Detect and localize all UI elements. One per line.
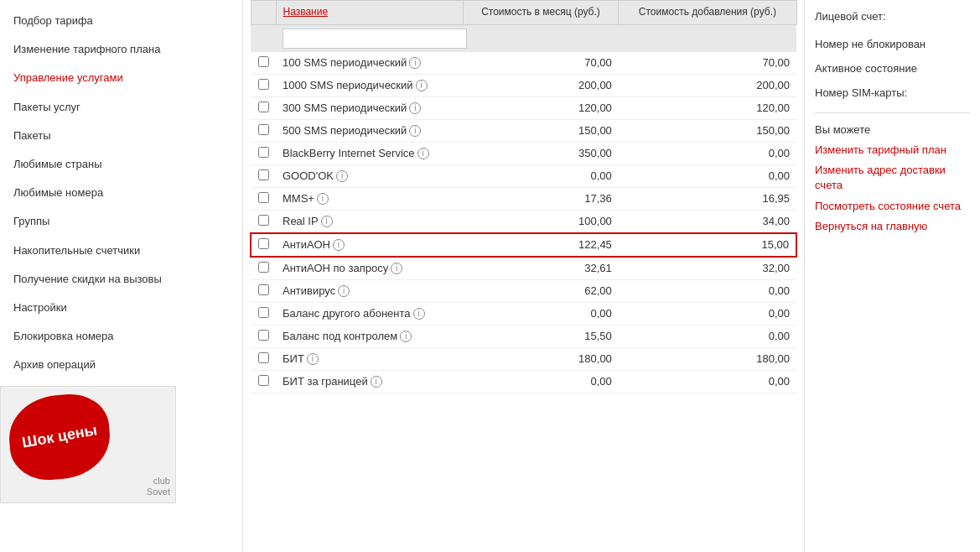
sidebar-item-manage-services[interactable]: Управление услугами bbox=[0, 64, 242, 92]
service-checkbox[interactable] bbox=[258, 375, 269, 386]
service-checkbox[interactable] bbox=[258, 169, 269, 180]
view-account-link[interactable]: Посмотреть состояние счета bbox=[815, 199, 970, 214]
service-checkbox[interactable] bbox=[258, 330, 269, 341]
info-icon[interactable]: i bbox=[417, 148, 429, 159]
sidebar-item-call-discount[interactable]: Получение скидки на вызовы bbox=[0, 265, 242, 294]
table-search-row bbox=[251, 24, 796, 52]
monthly-cost-cell: 150,00 bbox=[463, 119, 619, 142]
info-icon[interactable]: i bbox=[409, 125, 421, 137]
sidebar-item-favorite-countries[interactable]: Любимые страны bbox=[0, 150, 242, 179]
info-icon[interactable]: i bbox=[336, 170, 348, 182]
service-name: БИТ bbox=[283, 352, 304, 365]
change-tariff-link[interactable]: Изменить тарифный план bbox=[815, 143, 970, 158]
service-name-cell: БИТ за границейi bbox=[276, 370, 463, 393]
row-checkbox-cell bbox=[251, 302, 276, 325]
sidebar-item-service-packages[interactable]: Пакеты услуг bbox=[0, 93, 242, 122]
table-row: BlackBerry Internet Servicei350,000,00 bbox=[251, 142, 796, 164]
info-icon[interactable]: i bbox=[338, 285, 350, 297]
service-name: АнтиАОН bbox=[283, 238, 330, 251]
service-name: Real IP bbox=[283, 215, 319, 227]
add-cost-cell: 200,00 bbox=[619, 74, 796, 96]
sidebar-item-groups[interactable]: Группы bbox=[0, 207, 242, 236]
service-checkbox[interactable] bbox=[258, 307, 269, 318]
info-icon[interactable]: i bbox=[333, 239, 345, 251]
add-cost-cell: 16,95 bbox=[619, 187, 796, 210]
sidebar-item-packages[interactable]: Пакеты bbox=[0, 122, 242, 150]
add-cost-cell: 0,00 bbox=[619, 164, 796, 187]
row-checkbox-cell bbox=[251, 74, 276, 96]
add-cost-cell: 15,00 bbox=[619, 233, 796, 257]
add-cost-cell: 120,00 bbox=[619, 96, 796, 119]
sidebar-item-block-number[interactable]: Блокировка номера bbox=[0, 322, 242, 351]
sidebar-item-favorite-numbers[interactable]: Любимые номера bbox=[0, 179, 242, 207]
service-checkbox[interactable] bbox=[258, 56, 269, 67]
service-name: Антивирус bbox=[283, 284, 335, 297]
monthly-cost-cell: 0,00 bbox=[463, 370, 619, 393]
table-row: АнтиАОНi122,4515,00 bbox=[251, 233, 796, 257]
promo-banner[interactable]: Шок цены club Sovet bbox=[0, 386, 176, 503]
back-home-link[interactable]: Вернуться на главную bbox=[815, 219, 970, 234]
service-name-cell: MMS+i bbox=[276, 187, 463, 210]
change-address-link[interactable]: Изменить адрес доставки счета bbox=[815, 163, 970, 193]
info-icon[interactable]: i bbox=[371, 376, 382, 388]
name-sort-link[interactable]: Название bbox=[283, 6, 329, 18]
row-checkbox-cell bbox=[251, 96, 276, 119]
sidebar-item-tariff-select[interactable]: Подбор тарифа bbox=[0, 7, 242, 35]
service-checkbox[interactable] bbox=[258, 102, 269, 112]
info-icon[interactable]: i bbox=[307, 353, 319, 365]
info-icon[interactable]: i bbox=[317, 193, 329, 205]
service-checkbox[interactable] bbox=[258, 262, 269, 273]
info-icon[interactable]: i bbox=[409, 57, 421, 69]
active-state: Активное состояние bbox=[815, 62, 970, 75]
monthly-cost-cell: 122,45 bbox=[463, 233, 619, 257]
sidebar-item-change-tariff[interactable]: Изменение тарифного плана bbox=[0, 35, 242, 64]
service-name-cell: Real IPi bbox=[276, 210, 463, 233]
monthly-cost-cell: 32,61 bbox=[463, 257, 619, 280]
monthly-cost-cell: 70,00 bbox=[463, 52, 619, 75]
monthly-cost-cell: 100,00 bbox=[463, 210, 619, 233]
info-icon[interactable]: i bbox=[416, 80, 428, 91]
service-name: Баланс другого абонента bbox=[283, 307, 411, 320]
service-name-cell: АнтиАОНi bbox=[276, 233, 463, 257]
sidebar-item-archive[interactable]: Архив операций bbox=[0, 351, 242, 379]
add-cost-cell: 0,00 bbox=[619, 279, 796, 302]
add-cost-cell: 0,00 bbox=[619, 302, 796, 325]
service-checkbox[interactable] bbox=[258, 215, 269, 226]
monthly-cost-cell: 200,00 bbox=[463, 74, 619, 96]
row-checkbox-cell bbox=[251, 52, 276, 75]
service-checkbox[interactable] bbox=[258, 284, 269, 295]
right-panel: Лицевой счет: Номер не блокирован Активн… bbox=[804, 0, 980, 552]
monthly-cost-cell: 0,00 bbox=[463, 164, 619, 187]
table-row: Баланс под контролемi15,500,00 bbox=[251, 325, 796, 347]
info-icon[interactable]: i bbox=[391, 263, 402, 274]
service-name-cell: 100 SMS периодическийi bbox=[276, 52, 463, 75]
service-checkbox[interactable] bbox=[258, 192, 269, 203]
table-row: БИТi180,00180,00 bbox=[251, 347, 796, 370]
search-cell bbox=[276, 24, 796, 52]
table-row: Баланс другого абонентаi0,000,00 bbox=[251, 302, 796, 325]
info-icon[interactable]: i bbox=[409, 102, 421, 114]
service-name-cell: 1000 SMS периодическийi bbox=[276, 74, 463, 96]
service-name: BlackBerry Internet Service bbox=[283, 147, 415, 159]
sidebar-item-settings[interactable]: Настройки bbox=[0, 294, 242, 322]
service-name: MMS+ bbox=[283, 192, 314, 205]
monthly-cost-cell: 180,00 bbox=[463, 347, 619, 370]
you-can-section: Вы можете Изменить тарифный план Изменит… bbox=[815, 123, 970, 249]
info-icon[interactable]: i bbox=[400, 331, 412, 342]
table-row: БИТ за границейi0,000,00 bbox=[251, 370, 796, 393]
service-checkbox[interactable] bbox=[258, 124, 269, 135]
info-icon[interactable]: i bbox=[321, 216, 333, 227]
service-checkbox[interactable] bbox=[258, 79, 269, 90]
monthly-cost-cell: 120,00 bbox=[463, 96, 619, 119]
banner-logo: club Sovet bbox=[147, 476, 170, 497]
sidebar-item-counters[interactable]: Накопительные счетчики bbox=[0, 237, 242, 265]
service-checkbox[interactable] bbox=[258, 147, 269, 158]
add-cost-cell: 0,00 bbox=[619, 325, 796, 347]
search-input[interactable] bbox=[283, 29, 467, 49]
add-cost-cell: 70,00 bbox=[619, 52, 796, 75]
info-icon[interactable]: i bbox=[413, 308, 425, 320]
service-checkbox[interactable] bbox=[258, 238, 269, 249]
table-row: MMS+i17,3616,95 bbox=[251, 187, 796, 210]
service-name: 500 SMS периодический bbox=[283, 124, 407, 137]
service-checkbox[interactable] bbox=[258, 352, 269, 363]
